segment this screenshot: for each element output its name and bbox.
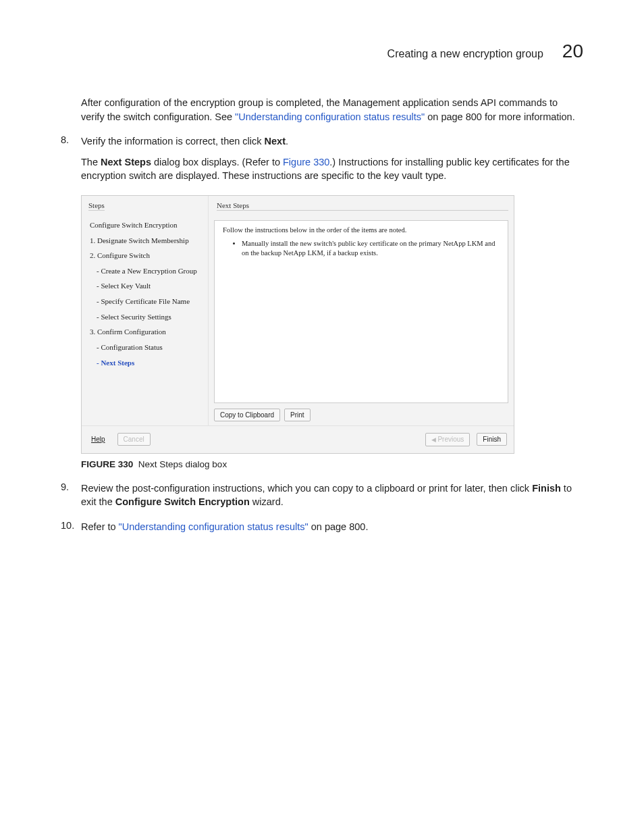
wizard-step-item: - Configuration Status [86,340,204,355]
follow-text: Follow the instructions below in the ord… [223,226,500,234]
wizard-step-item: 3. Confirm Configuration [86,324,204,340]
wizard-steps-pane: Steps Configure Switch Encryption1. Desi… [82,196,209,425]
next-steps-dialog: Steps Configure Switch Encryption1. Desi… [81,195,514,454]
wizard-step-item: - Create a New Encryption Group [86,263,204,279]
step-10-text: Refer to "Understanding configuration st… [81,520,583,534]
help-link[interactable]: Help [91,436,105,443]
instructions-box: Follow the instructions below in the ord… [214,220,508,403]
wizard-step-item: Configure Switch Encryption [86,217,204,233]
section-title: Creating a new encryption group [387,48,543,60]
instruction-item: Manually install the new switch's public… [242,239,500,258]
steps-pane-title: Steps [88,201,105,211]
wizard-step-item: - Next Steps [86,355,204,371]
step-8-detail: The Next Steps dialog box displays. (Ref… [81,155,583,183]
link-config-status-results-2[interactable]: "Understanding configuration status resu… [119,521,308,532]
wizard-step-item: - Specify Certificate File Name [86,294,204,309]
print-button[interactable]: Print [284,409,311,421]
intro-paragraph: After configuration of the encryption gr… [81,96,583,124]
wizard-step-item: - Select Key Vault [86,278,204,294]
step-8-text: Verify the information is correct, then … [81,134,583,149]
figure-330: Steps Configure Switch Encryption1. Desi… [81,195,513,454]
link-config-status-results[interactable]: "Understanding configuration status resu… [235,111,425,122]
finish-button[interactable]: Finish [477,433,507,446]
wizard-step-item: - Select Security Settings [86,309,204,325]
step-number-8: 8. [61,134,81,183]
page-header: Creating a new encryption group 20 [61,41,583,62]
step-number-9: 9. [61,481,81,509]
chapter-number: 20 [562,41,583,62]
cancel-button: Cancel [117,433,151,446]
figure-caption: FIGURE 330 Next Steps dialog box [81,459,583,469]
wizard-step-item: 1. Designate Switch Membership [86,233,204,249]
step-9-text: Review the post-configuration instructio… [81,481,583,509]
right-pane-title: Next Steps [217,201,508,211]
copy-to-clipboard-button[interactable]: Copy to Clipboard [214,409,280,421]
wizard-step-item: 2. Configure Switch [86,248,204,263]
link-figure-330[interactable]: Figure 330 [283,157,329,167]
previous-button: ◀ Previous [425,433,470,446]
chevron-left-icon: ◀ [431,436,438,443]
step-number-10: 10. [61,520,81,534]
